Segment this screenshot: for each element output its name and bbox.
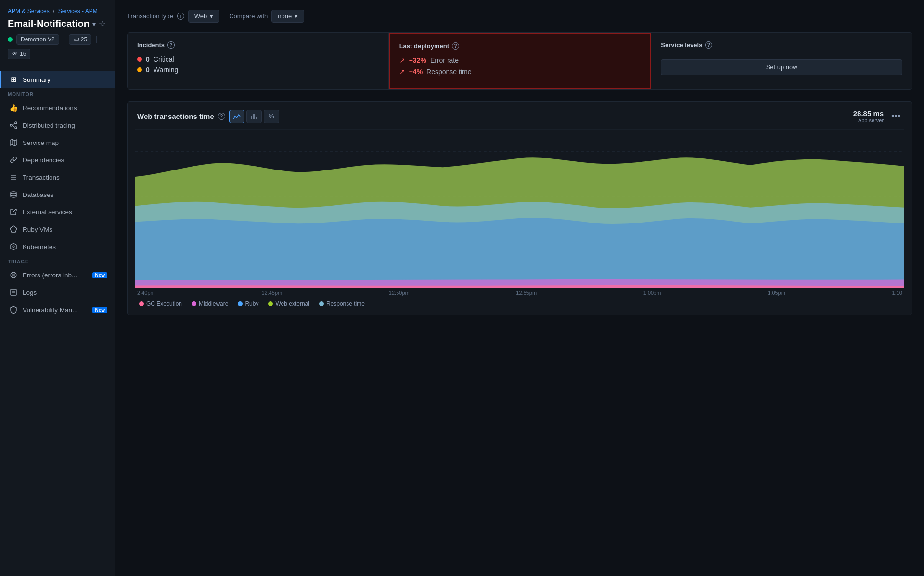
main-content: Transaction type i Web ▾ Compare with no… xyxy=(116,0,924,576)
chart-more-btn[interactable]: ••• xyxy=(889,111,902,121)
chart-controls: % xyxy=(229,110,279,123)
environment-pill[interactable]: Demotron V2 xyxy=(16,34,59,45)
percent-icon: % xyxy=(269,113,274,120)
response-time-arrow-icon: ↗ xyxy=(399,68,405,76)
sidebar-item-logs[interactable]: Logs xyxy=(0,284,115,301)
sidebar-item-external-services[interactable]: External services xyxy=(0,203,115,221)
sidebar-item-transactions[interactable]: Transactions xyxy=(0,169,115,186)
sidebar-item-dependencies[interactable]: Dependencies xyxy=(0,151,115,169)
instances-pill[interactable]: 👁 16 xyxy=(8,49,30,59)
chart-stats: 28.85 ms App server xyxy=(853,109,884,123)
response-time-row: ↗ +4% Response time xyxy=(399,68,641,76)
transaction-type-dropdown[interactable]: Web ▾ xyxy=(188,10,220,23)
legend-response-time: Response time xyxy=(319,301,365,307)
svg-point-0 xyxy=(15,122,17,124)
sidebar-item-summary[interactable]: ⊞ Summary xyxy=(0,71,115,88)
compare-with-label: Compare with xyxy=(229,13,268,20)
sidebar-item-transactions-label: Transactions xyxy=(23,174,60,181)
chart-header: Web transactions time ? xyxy=(137,109,902,123)
legend-web-external: Web external xyxy=(268,301,309,307)
web-external-dot xyxy=(268,301,273,306)
breadcrumb-apm-link[interactable]: APM & Services xyxy=(8,8,50,14)
status-dot-green xyxy=(8,37,13,42)
meta-sep2: | xyxy=(95,35,97,44)
x-label-6: 1:10 xyxy=(892,290,902,296)
db-icon xyxy=(9,190,18,199)
breadcrumb-services-link[interactable]: Services - APM xyxy=(58,8,98,14)
svg-line-12 xyxy=(13,209,16,212)
set-up-now-button[interactable]: Set up now xyxy=(661,59,902,75)
sidebar-item-recommendations[interactable]: 👍 Recommendations xyxy=(0,99,115,117)
response-time-pct: +4% xyxy=(409,68,423,76)
error-rate-pct: +32% xyxy=(409,56,426,64)
line-chart-btn[interactable] xyxy=(229,110,244,123)
sidebar-item-kubernetes[interactable]: Kubernetes xyxy=(0,238,115,255)
x-label-1: 12:45pm xyxy=(261,290,282,296)
warning-incident-row: 0 Warning xyxy=(137,66,379,74)
sidebar-item-dependencies-label: Dependencies xyxy=(23,157,64,164)
compare-with-dropdown[interactable]: none ▾ xyxy=(271,10,304,23)
compare-chevron-icon: ▾ xyxy=(295,13,298,20)
deployment-info-icon[interactable]: ? xyxy=(452,42,459,50)
sidebar-item-errors-label: Errors (errors inb... xyxy=(23,272,77,279)
ruby-icon xyxy=(9,225,18,234)
chevron-down-icon[interactable]: ▾ xyxy=(92,20,96,28)
sidebar-item-vulnerability[interactable]: Vulnerability Man... New xyxy=(0,301,115,318)
percent-btn[interactable]: % xyxy=(264,110,279,123)
sidebar-item-databases-label: Databases xyxy=(23,191,54,198)
star-icon[interactable]: ☆ xyxy=(99,19,105,28)
service-levels-title-text: Service levels xyxy=(661,41,702,49)
thumbsup-icon: 👍 xyxy=(9,104,18,112)
x-axis: 2:40pm 12:45pm 12:50pm 12:55pm 1:00pm 1:… xyxy=(137,288,902,296)
sidebar-item-service-map-label: Service map xyxy=(23,139,59,146)
sidebar-item-vulnerability-label: Vulnerability Man... xyxy=(23,306,77,314)
chart-svg xyxy=(135,129,904,288)
chart-value: 28.85 ms xyxy=(853,109,884,118)
critical-incident-row: 0 Critical xyxy=(137,55,379,63)
svg-line-4 xyxy=(12,125,15,127)
main-inner: Transaction type i Web ▾ Compare with no… xyxy=(116,0,924,325)
web-external-label: Web external xyxy=(275,301,309,307)
chart-title-row: Web transactions time ? xyxy=(137,110,279,123)
svg-rect-22 xyxy=(251,116,252,119)
external-icon xyxy=(9,208,18,216)
svg-line-3 xyxy=(12,123,15,125)
sidebar-item-logs-label: Logs xyxy=(23,289,37,296)
k8s-icon xyxy=(9,242,18,251)
svg-point-15 xyxy=(13,246,14,248)
response-time-label: Response time xyxy=(426,68,471,76)
tags-pill[interactable]: 🏷 25 xyxy=(69,34,91,45)
chart-sublabel: App server xyxy=(853,118,884,123)
legend-middleware: Middleware xyxy=(192,301,228,307)
sidebar-item-databases[interactable]: Databases xyxy=(0,186,115,203)
warning-count: 0 xyxy=(146,66,150,74)
service-levels-card-title: Service levels ? xyxy=(661,41,902,49)
svg-marker-5 xyxy=(10,139,17,146)
sidebar-item-ruby-vms[interactable]: Ruby VMs xyxy=(0,221,115,238)
svg-rect-23 xyxy=(253,114,255,119)
transaction-type-info-icon[interactable]: i xyxy=(177,13,184,20)
deployment-title-text: Last deployment xyxy=(399,42,449,50)
bar-chart-btn[interactable] xyxy=(246,110,262,123)
sidebar-item-distributed-tracing[interactable]: Distributed tracing xyxy=(0,117,115,134)
sidebar-item-errors[interactable]: Errors (errors inb... New xyxy=(0,266,115,284)
chart-info-icon[interactable]: ? xyxy=(218,113,225,120)
svg-rect-19 xyxy=(11,289,16,295)
deployment-card-title: Last deployment ? xyxy=(399,42,641,50)
service-title-row: Email-Notification ▾ ☆ xyxy=(8,18,107,29)
tag-icon: 🏷 xyxy=(73,36,79,43)
breadcrumb: APM & Services / Services - APM xyxy=(8,8,107,14)
sidebar-item-service-map[interactable]: Service map xyxy=(0,134,115,151)
error-rate-label: Error rate xyxy=(430,56,459,64)
incidents-info-icon[interactable]: ? xyxy=(167,41,175,49)
grid-icon: ⊞ xyxy=(9,75,18,84)
list-icon xyxy=(9,173,18,182)
critical-dot xyxy=(137,57,142,62)
x-label-3: 12:55pm xyxy=(516,290,537,296)
tags-count: 25 xyxy=(81,36,87,43)
service-levels-info-icon[interactable]: ? xyxy=(705,41,712,49)
error-rate-arrow-icon: ↗ xyxy=(399,56,405,64)
transaction-type-group: Transaction type i Web ▾ xyxy=(127,10,219,23)
incidents-title-text: Incidents xyxy=(137,41,165,49)
service-title: Email-Notification xyxy=(8,18,90,29)
